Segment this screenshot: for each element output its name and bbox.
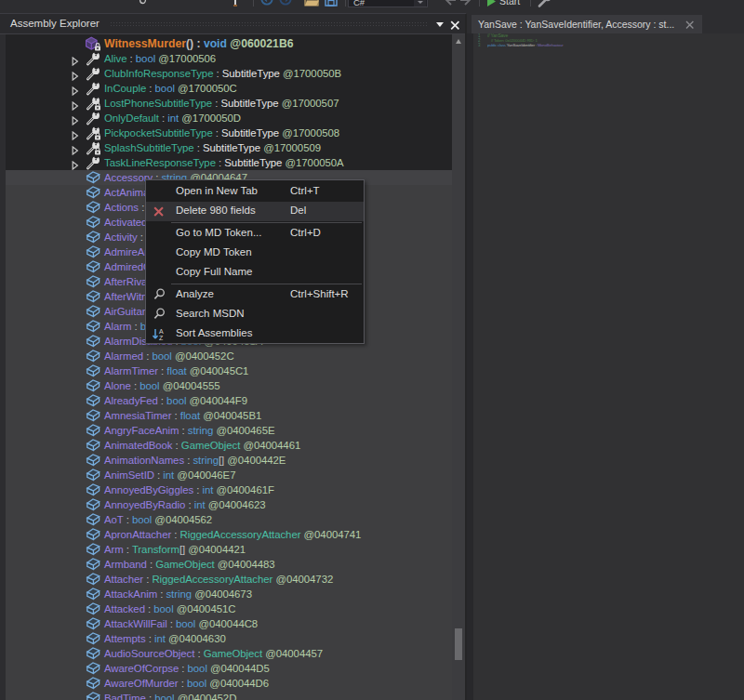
svg-text:Z: Z xyxy=(159,335,164,341)
svg-text:A: A xyxy=(159,328,164,335)
